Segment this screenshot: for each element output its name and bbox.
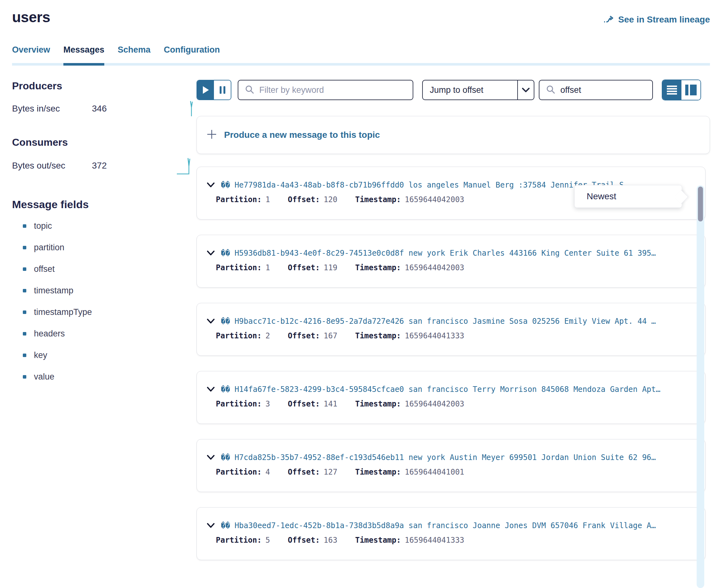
timestamp-value: 1659644042003 bbox=[405, 195, 464, 204]
tab-schema[interactable]: Schema bbox=[118, 45, 150, 63]
offset-label: Offset: bbox=[288, 468, 320, 477]
message-field-topic[interactable]: topic bbox=[12, 219, 197, 232]
message-field-timestamptype[interactable]: timestampType bbox=[12, 306, 197, 318]
pause-icon bbox=[219, 86, 226, 94]
offset-label: Offset: bbox=[288, 331, 320, 340]
list-view-icon bbox=[667, 85, 677, 95]
sidebar: Producers Bytes in/sec 346 Consumers Byt… bbox=[12, 80, 197, 575]
filter-input-wrapper bbox=[238, 80, 413, 100]
jump-to-offset-select[interactable]: Jump to offset bbox=[422, 80, 534, 100]
partition-value: 1 bbox=[266, 195, 270, 204]
message-row[interactable]: �� H14fa67fe-5823-4299-b3c4-595845cfcae0… bbox=[197, 371, 705, 424]
timestamp-label: Timestamp: bbox=[355, 468, 401, 477]
bytes-out-value: 372 bbox=[92, 160, 176, 172]
message-field-timestamp[interactable]: timestamp bbox=[12, 284, 197, 297]
chevron-down-icon[interactable] bbox=[206, 318, 215, 324]
message-key-line: �� Hba30eed7-1edc-452b-8b1a-738d3b5d8a9a… bbox=[206, 520, 696, 532]
tab-configuration[interactable]: Configuration bbox=[164, 45, 220, 63]
page-header: users See in Stream lineage bbox=[12, 0, 710, 25]
column-view-button[interactable] bbox=[681, 80, 700, 100]
scrollbar-thumb[interactable] bbox=[698, 187, 703, 222]
timestamp-label: Timestamp: bbox=[355, 263, 401, 272]
page-title: users bbox=[12, 9, 50, 25]
timestamp-label: Timestamp: bbox=[355, 536, 401, 545]
partition-value: 5 bbox=[266, 536, 270, 545]
play-button[interactable] bbox=[197, 81, 214, 100]
tab-overview[interactable]: Overview bbox=[12, 45, 50, 63]
message-field-offset[interactable]: offset bbox=[12, 262, 197, 275]
message-fields-list: topic partition offset timestamp timesta… bbox=[12, 219, 197, 383]
field-bullet-icon bbox=[23, 375, 26, 379]
plus-icon bbox=[206, 129, 217, 141]
partition-value: 1 bbox=[266, 263, 270, 272]
chevron-down-icon[interactable] bbox=[206, 386, 215, 393]
tab-messages[interactable]: Messages bbox=[63, 45, 104, 66]
message-key: H14fa67fe-5823-4299-b3c4-595845cfcae0 sa… bbox=[234, 385, 661, 394]
stream-lineage-icon bbox=[603, 15, 615, 24]
message-field-key[interactable]: key bbox=[12, 349, 197, 361]
field-label: offset bbox=[34, 264, 55, 274]
stream-lineage-link[interactable]: See in Stream lineage bbox=[603, 15, 710, 25]
offset-label: Offset: bbox=[288, 263, 320, 272]
search-icon bbox=[546, 85, 555, 96]
play-icon bbox=[202, 86, 209, 94]
partition-value: 2 bbox=[266, 331, 270, 340]
pause-button[interactable] bbox=[214, 81, 231, 100]
message-row[interactable]: �� H7cda825b-35b7-4952-88ef-c193d546eb11… bbox=[197, 439, 705, 492]
message-key: H7cda825b-35b7-4952-88ef-c193d546eb11 ne… bbox=[234, 453, 656, 462]
produce-message-label: Produce a new message to this topic bbox=[224, 130, 380, 140]
chevron-down-icon[interactable] bbox=[206, 182, 215, 188]
stream-lineage-label: See in Stream lineage bbox=[618, 15, 710, 25]
message-fields-heading: Message fields bbox=[12, 197, 197, 211]
search-icon bbox=[245, 85, 254, 96]
timestamp-value: 1659644042003 bbox=[405, 263, 464, 272]
chevron-down-icon[interactable] bbox=[206, 454, 215, 461]
timestamp-label: Timestamp: bbox=[355, 399, 401, 408]
message-row[interactable]: �� Hba30eed7-1edc-452b-8b1a-738d3b5d8a9a… bbox=[197, 507, 705, 560]
newest-tooltip: Newest bbox=[574, 185, 682, 208]
produce-message-button[interactable]: Produce a new message to this topic bbox=[197, 116, 710, 154]
newest-tooltip-label: Newest bbox=[587, 191, 616, 202]
message-row[interactable]: �� H5936db81-b943-4e0f-8c29-74513e0c0d8f… bbox=[197, 235, 705, 288]
topic-messages-page: users See in Stream lineage OverviewMess… bbox=[0, 0, 722, 588]
message-key: H9bacc71c-b12c-4216-8e95-2a7da727e426 sa… bbox=[234, 317, 656, 326]
field-bullet-icon bbox=[23, 311, 26, 314]
message-key: He77981da-4a43-48ab-b8f8-cb71b96ffdd0 lo… bbox=[234, 181, 624, 189]
chevron-down-icon[interactable] bbox=[206, 522, 215, 529]
field-label: partition bbox=[34, 243, 64, 252]
timestamp-label: Timestamp: bbox=[355, 331, 401, 340]
partition-label: Partition: bbox=[216, 195, 262, 204]
chevron-down-icon[interactable] bbox=[206, 250, 215, 256]
field-label: topic bbox=[34, 221, 52, 231]
message-key-line: �� H9bacc71c-b12c-4216-8e95-2a7da727e426… bbox=[206, 315, 696, 327]
field-bullet-icon bbox=[23, 246, 26, 249]
tabs: OverviewMessagesSchemaConfiguration bbox=[12, 45, 710, 66]
message-field-headers[interactable]: headers bbox=[12, 327, 197, 340]
message-glyphs: �� bbox=[221, 317, 230, 326]
message-key: Hba30eed7-1edc-452b-8b1a-738d3b5d8a9a sa… bbox=[234, 521, 656, 530]
field-bullet-icon bbox=[23, 332, 26, 336]
message-field-partition[interactable]: partition bbox=[12, 241, 197, 254]
offset-value: 141 bbox=[324, 399, 337, 408]
content-area: Jump to offset bbox=[197, 80, 710, 575]
producers-heading: Producers bbox=[12, 80, 197, 92]
chevron-down-icon bbox=[517, 81, 534, 100]
message-key-line: �� H7cda825b-35b7-4952-88ef-c193d546eb11… bbox=[206, 451, 696, 463]
message-meta: Partition: 4 Offset: 127 Timestamp: 1659… bbox=[216, 466, 696, 478]
message-row[interactable]: �� H9bacc71c-b12c-4216-8e95-2a7da727e426… bbox=[197, 303, 705, 356]
message-meta: Partition: 5 Offset: 163 Timestamp: 1659… bbox=[216, 534, 696, 546]
field-bullet-icon bbox=[23, 267, 26, 271]
filter-input[interactable] bbox=[259, 85, 406, 96]
message-glyphs: �� bbox=[221, 521, 230, 530]
message-key-line: �� H5936db81-b943-4e0f-8c29-74513e0c0d8f… bbox=[206, 247, 696, 259]
offset-label: Offset: bbox=[288, 536, 320, 545]
message-key-line: �� H14fa67fe-5823-4299-b3c4-595845cfcae0… bbox=[206, 383, 696, 395]
view-toggle-group bbox=[662, 80, 701, 101]
message-meta: Partition: 3 Offset: 141 Timestamp: 1659… bbox=[216, 398, 696, 410]
offset-search-input[interactable] bbox=[560, 85, 646, 96]
list-view-button[interactable] bbox=[662, 80, 681, 100]
bytes-out-label: Bytes out/sec bbox=[12, 160, 92, 172]
offset-value: 127 bbox=[324, 468, 337, 477]
message-field-value[interactable]: value bbox=[12, 370, 197, 383]
scrollbar-track[interactable] bbox=[697, 185, 704, 588]
